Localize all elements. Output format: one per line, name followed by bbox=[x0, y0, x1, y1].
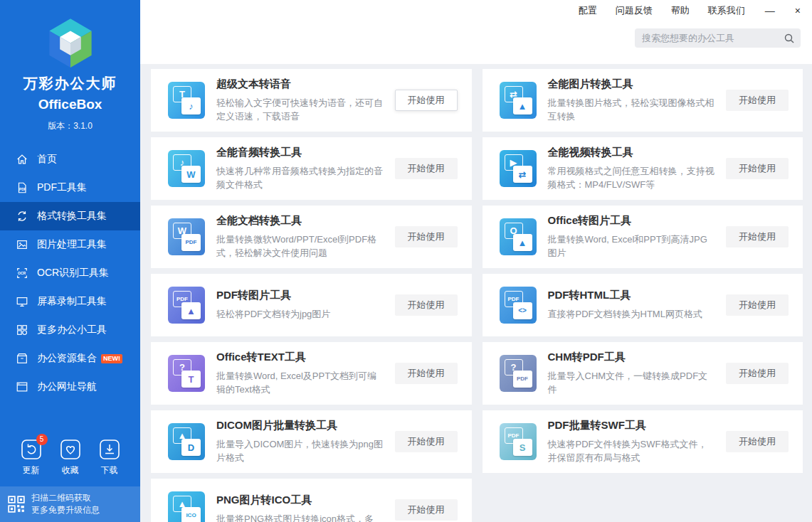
start-button[interactable]: 开始使用 bbox=[395, 431, 458, 452]
qr-code-icon bbox=[7, 495, 26, 513]
new-badge: NEW! bbox=[101, 354, 122, 363]
tool-title: 全能文档转换工具 bbox=[216, 214, 385, 228]
sidebar-item-label: 格式转换工具集 bbox=[37, 210, 107, 223]
start-button[interactable]: 开始使用 bbox=[726, 431, 789, 452]
tool-title: 超级文本转语音 bbox=[216, 78, 385, 91]
tool-card-4: ▶ ⇄ 全能视频转换工具 常用视频格式之间任意互相转换，支持视频格式：MP4/F… bbox=[483, 137, 803, 200]
favorite-button[interactable]: 收藏 bbox=[60, 439, 81, 476]
tool-icon-front-glyph: S bbox=[513, 439, 532, 456]
tool-title: CHM转PDF工具 bbox=[548, 351, 717, 364]
start-button[interactable]: 开始使用 bbox=[395, 226, 458, 247]
tool-icon: ▲ D bbox=[168, 423, 205, 460]
footer-action-label: 更新 bbox=[23, 464, 40, 476]
tool-description: 批量将PNG格式图片转换icon格式，多 bbox=[216, 512, 385, 522]
sidebar-item-pdf-tools[interactable]: PDF PDF工具集 bbox=[0, 174, 140, 202]
heart-icon bbox=[60, 439, 81, 460]
download-button[interactable]: 下载 bbox=[99, 439, 120, 476]
nav-icon bbox=[16, 380, 28, 393]
sidebar-item-ocr-tools[interactable]: OCR OCR识别工具集 bbox=[0, 259, 140, 287]
resource-icon bbox=[16, 352, 28, 365]
tool-icon: ⇄ ▲ bbox=[500, 82, 537, 119]
tool-card-1: T ♪ 超级文本转语音 轻松输入文字便可快速转为语音，还可自定义语速，下载语音 … bbox=[151, 69, 472, 132]
topbar: 配置问题反馈帮助联系我们 — × bbox=[140, 0, 812, 64]
sidebar-item-resources[interactable]: 办公资源集合 NEW! bbox=[0, 344, 140, 373]
sidebar-item-site-nav[interactable]: 办公网址导航 bbox=[0, 373, 140, 401]
footer-action-label: 收藏 bbox=[62, 464, 79, 476]
tool-title: PNG图片转ICO工具 bbox=[216, 494, 385, 507]
sidebar-item-screen-record[interactable]: 屏幕录制工具集 bbox=[0, 287, 140, 316]
start-button[interactable]: 开始使用 bbox=[726, 158, 789, 179]
start-button[interactable]: 开始使用 bbox=[395, 499, 458, 521]
sidebar: 万彩办公大师 OfficeBox 版本：3.1.0 首页 PDF PDF工具集 … bbox=[0, 0, 140, 522]
tool-icon-front-glyph: D bbox=[181, 439, 201, 456]
sidebar-item-more-tools[interactable]: 更多办公小工具 bbox=[0, 316, 140, 344]
image-icon bbox=[16, 238, 28, 251]
sidebar-item-label: 办公资源集合 bbox=[37, 352, 97, 365]
close-button[interactable]: × bbox=[795, 5, 801, 16]
tool-icon: T ♪ bbox=[168, 82, 205, 119]
sidebar-menu: 首页 PDF PDF工具集 格式转换工具集 图片处理工具集 OCR OCR识别工… bbox=[0, 145, 140, 401]
sidebar-item-format-convert[interactable]: 格式转换工具集 bbox=[0, 202, 140, 230]
start-button[interactable]: 开始使用 bbox=[726, 363, 789, 384]
sidebar-item-label: 图片处理工具集 bbox=[37, 238, 107, 251]
start-button[interactable]: 开始使用 bbox=[726, 90, 789, 111]
search-icon[interactable] bbox=[784, 33, 795, 44]
top-link-3[interactable]: 帮助 bbox=[671, 4, 690, 17]
tool-card-5: W PDF 全能文档转换工具 批量转换微软Word/PPT/Excel到PDF格… bbox=[151, 206, 472, 268]
minimize-button[interactable]: — bbox=[765, 5, 775, 16]
content-area: T ♪ 超级文本转语音 轻松输入文字便可快速转为语音，还可自定义语速，下载语音 … bbox=[140, 64, 812, 522]
update-button[interactable]: 5 更新 bbox=[21, 439, 42, 476]
sidebar-item-label: 屏幕录制工具集 bbox=[37, 295, 107, 308]
grid-icon bbox=[16, 324, 28, 336]
start-button[interactable]: 开始使用 bbox=[395, 363, 458, 384]
top-link-1[interactable]: 配置 bbox=[579, 4, 597, 17]
start-button[interactable]: 开始使用 bbox=[726, 294, 789, 316]
pdf-icon: PDF bbox=[16, 181, 28, 194]
app-title-en: OfficeBox bbox=[0, 97, 140, 112]
tool-card-8: PDF <> PDF转HTML工具 直接将PDF文档转换为HTML网页格式 开始… bbox=[483, 274, 803, 336]
tool-icon: PDF ▲ bbox=[168, 287, 205, 324]
tool-description: 轻松输入文字便可快速转为语音，还可自定义语速，下载语音 bbox=[216, 96, 385, 124]
tool-description: 批量转换Word, Excel和PPT到高清JPG图片 bbox=[548, 233, 717, 260]
app-logo-icon bbox=[43, 14, 98, 70]
tool-icon-front-glyph: PDF bbox=[513, 371, 532, 388]
tool-card-2: ⇄ ▲ 全能图片转换工具 批量转换图片格式，轻松实现图像格式相互转换 开始使用 bbox=[483, 69, 803, 132]
tool-description: 常用视频格式之间任意互相转换，支持视频格式：MP4/FLV/SWF等 bbox=[548, 164, 717, 192]
start-button[interactable]: 开始使用 bbox=[726, 226, 789, 247]
tool-card-6: O ▲ Office转图片工具 批量转换Word, Excel和PPT到高清JP… bbox=[483, 206, 803, 268]
tool-icon-front-glyph: W bbox=[181, 166, 201, 183]
ocr-icon: OCR bbox=[16, 267, 28, 279]
topbar-right: 配置问题反馈帮助联系我们 — × bbox=[579, 0, 801, 21]
start-button[interactable]: 开始使用 bbox=[395, 294, 458, 316]
sidebar-item-label: OCR识别工具集 bbox=[37, 267, 109, 279]
download-icon bbox=[99, 439, 120, 460]
tool-icon-front-glyph: ICO bbox=[181, 507, 201, 522]
tool-icon-front-glyph: ▲ bbox=[513, 234, 532, 251]
tool-card-10: ? PDF CHM转PDF工具 批量导入CHM文件，一键转换成PDF文件 开始使… bbox=[483, 342, 803, 405]
tool-card-7: PDF ▲ PDF转图片工具 轻松将PDF文档转为jpg图片 开始使用 bbox=[151, 274, 472, 336]
cards-grid: T ♪ 超级文本转语音 轻松输入文字便可快速转为语音，还可自定义语速，下载语音 … bbox=[151, 69, 803, 522]
tool-icon: ? T bbox=[168, 355, 205, 392]
tool-title: PDF转HTML工具 bbox=[548, 289, 717, 302]
tool-title: PDF转图片工具 bbox=[216, 289, 385, 302]
tool-title: PDF批量转SWF工具 bbox=[548, 419, 717, 432]
search-input[interactable] bbox=[642, 33, 784, 43]
top-link-2[interactable]: 问题反馈 bbox=[616, 4, 653, 17]
topbar-links: 配置问题反馈帮助联系我们 bbox=[579, 4, 745, 17]
sidebar-item-home[interactable]: 首页 bbox=[0, 145, 140, 174]
screen-icon bbox=[16, 295, 28, 308]
svg-text:OCR: OCR bbox=[18, 271, 26, 275]
sidebar-footer-actions: 5 更新 收藏 下载 bbox=[0, 439, 140, 486]
update-count-badge: 5 bbox=[36, 434, 48, 445]
start-button[interactable]: 开始使用 bbox=[395, 158, 458, 179]
tool-card-12: PDF S PDF批量转SWF工具 快速将PDF文件转换为SWF格式文件，并保留… bbox=[483, 410, 803, 473]
sidebar-item-image-tools[interactable]: 图片处理工具集 bbox=[0, 230, 140, 259]
tool-title: 全能音频转换工具 bbox=[216, 146, 385, 159]
tool-description: 轻松将PDF文档转为jpg图片 bbox=[216, 307, 385, 321]
tool-title: 全能视频转换工具 bbox=[548, 146, 717, 159]
sidebar-item-label: PDF工具集 bbox=[37, 181, 87, 194]
tool-title: 全能图片转换工具 bbox=[548, 78, 717, 91]
home-icon bbox=[16, 153, 28, 166]
start-button[interactable]: 开始使用 bbox=[395, 90, 458, 111]
top-link-4[interactable]: 联系我们 bbox=[708, 4, 745, 17]
